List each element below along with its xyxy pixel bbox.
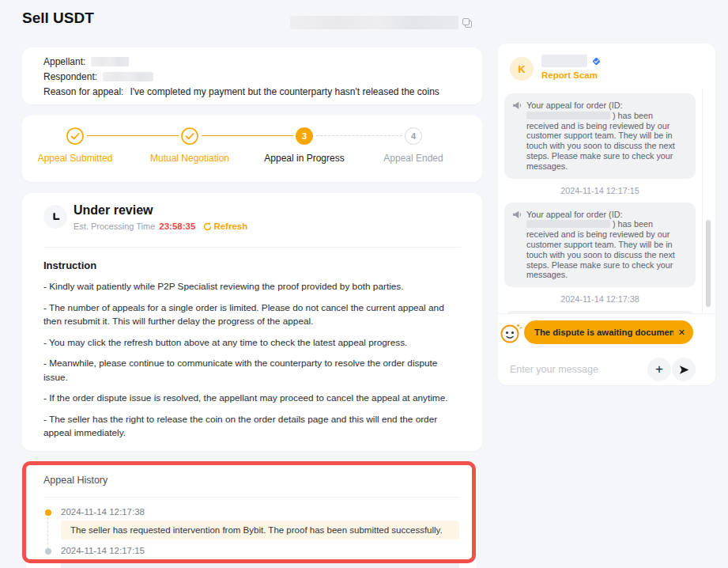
- clock-icon: [43, 205, 67, 229]
- instruction-item: - Kindly wait patiently while P2P Specia…: [43, 280, 464, 294]
- step-connector: [87, 135, 179, 136]
- step-2-check-icon: [181, 127, 198, 145]
- instruction-item: - The number of appeals for a single ord…: [43, 301, 464, 329]
- support-bot-icon[interactable]: [499, 321, 522, 345]
- report-scam-button[interactable]: Report Scam: [541, 70, 598, 80]
- chat-message-input[interactable]: [510, 359, 644, 380]
- instruction-item: - You may click the refresh button above…: [43, 336, 464, 350]
- message-suffix: ) has been received and is being reviewe…: [526, 219, 675, 279]
- dispute-notice-text: The dispute is awaiting document sub...: [534, 328, 673, 337]
- appellant-row: Appellant:: [43, 55, 461, 69]
- timeline-dot-active: [45, 509, 51, 516]
- appellant-label: Appellant:: [43, 56, 85, 67]
- chat-message-bubble: Your appeal for order (ID: ) has been re…: [504, 93, 696, 179]
- refresh-label: Refresh: [213, 222, 247, 231]
- step-label-appeal-in-progress: Appeal in Progress: [257, 152, 352, 165]
- reason-value: I've completed my payment but the counte…: [130, 86, 439, 97]
- status-card: Under review Est. Processing Time 23:58:…: [22, 193, 482, 451]
- history-timestamp: 2024-11-14 12:17:38: [61, 507, 145, 517]
- reason-label: Reason for appeal:: [43, 86, 123, 97]
- countdown-timer: 23:58:35: [159, 222, 195, 231]
- chat-panel: K Report Scam Your appeal for order (ID:…: [498, 44, 715, 385]
- step-connector: [316, 135, 402, 136]
- close-icon[interactable]: ✕: [678, 328, 685, 338]
- refresh-button[interactable]: Refresh: [203, 222, 247, 231]
- divider: [43, 497, 459, 498]
- step-label-appeal-ended: Appeal Ended: [366, 152, 461, 165]
- timeline-dot-past: [45, 548, 51, 555]
- page-title: Sell USDT: [22, 9, 94, 27]
- redacted-order-id: [526, 220, 610, 228]
- step-3-number: 3: [296, 127, 313, 145]
- history-message: The seller has requested intervention fr…: [61, 521, 459, 540]
- megaphone-icon: [512, 210, 522, 222]
- instruction-item: - Meanwhile, please continue to communic…: [43, 357, 464, 384]
- attach-button[interactable]: +: [647, 358, 671, 381]
- appeal-progress-stepper: 3 4 Appeal Submitted Mutual Negotiation …: [22, 115, 482, 182]
- timeline-connector: [47, 517, 48, 549]
- est-processing-label: Est. Processing Time: [74, 222, 155, 231]
- respondent-label: Respondent:: [43, 71, 97, 82]
- instruction-list: - Kindly wait patiently while P2P Specia…: [43, 280, 464, 448]
- reason-row: Reason for appeal: I've completed my pay…: [43, 85, 461, 99]
- redacted-counterparty-name: [541, 55, 587, 67]
- step-label-appeal-submitted: Appeal Submitted: [28, 152, 123, 165]
- redacted-order-id: [290, 16, 458, 29]
- copy-icon[interactable]: [462, 17, 473, 28]
- chat-message-list: Your appeal for order (ID: ) has been re…: [498, 89, 703, 313]
- history-message-clipped: [61, 559, 459, 568]
- chat-message-bubble: Your appeal for order (ID: ) has been re…: [504, 203, 696, 288]
- redacted-order-id: [526, 112, 610, 119]
- status-subline: Est. Processing Time 23:58:35 Refresh: [74, 222, 247, 231]
- appeal-history-heading: Appeal History: [43, 475, 108, 486]
- chat-scrollbar-thumb[interactable]: [706, 220, 711, 307]
- message-prefix: Your appeal for order (ID:: [526, 100, 622, 110]
- refresh-icon: [203, 222, 212, 231]
- instruction-item: - If the order dispute issue is resolved…: [43, 392, 464, 406]
- avatar: K: [510, 57, 534, 81]
- plus-icon: +: [655, 362, 663, 377]
- message-prefix: Your appeal for order (ID:: [526, 210, 622, 219]
- chat-timestamp: 2024-11-14 12:17:15: [504, 186, 696, 195]
- appeal-page: Sell USDT Appellant: Respondent: Reason …: [0, 0, 728, 568]
- step-4-number: 4: [405, 127, 422, 145]
- divider: [43, 247, 461, 248]
- instruction-item: - The seller has the right to release th…: [43, 413, 464, 441]
- instruction-heading: Instruction: [43, 259, 96, 271]
- status-title: Under review: [74, 203, 153, 218]
- history-timestamp: 2024-11-14 12:17:15: [61, 546, 145, 555]
- send-icon: [678, 364, 690, 376]
- megaphone-icon: [512, 101, 522, 112]
- verified-badge-icon: [591, 55, 602, 66]
- redacted-respondent: [103, 72, 153, 81]
- send-button[interactable]: [672, 358, 696, 381]
- dispute-notice-banner[interactable]: The dispute is awaiting document sub... …: [524, 320, 693, 344]
- divider: [498, 313, 715, 314]
- respondent-row: Respondent:: [43, 70, 461, 84]
- step-connector: [202, 135, 293, 136]
- chat-timestamp: 2024-11-14 12:17:38: [504, 294, 696, 304]
- step-1-check-icon: [66, 127, 84, 145]
- order-info-card: Appellant: Respondent: Reason for appeal…: [22, 47, 482, 104]
- message-suffix: ) has been received and is being reviewe…: [526, 111, 675, 171]
- appeal-history-card: Appeal History 2024-11-14 12:17:38 The s…: [26, 465, 477, 568]
- step-label-mutual-negotiation: Mutual Negotiation: [142, 152, 237, 165]
- redacted-appellant: [91, 57, 129, 66]
